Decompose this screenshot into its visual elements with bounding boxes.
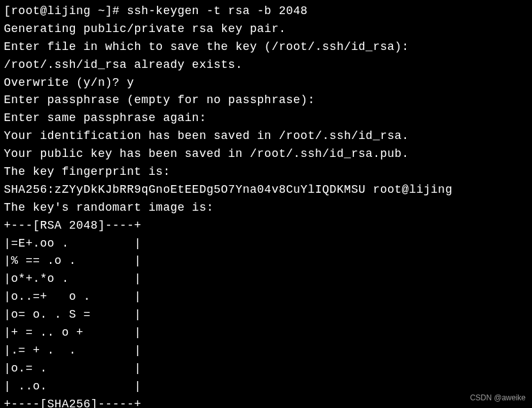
terminal-line: The key's randomart image is: bbox=[4, 199, 528, 217]
terminal-line: The key fingerprint is: bbox=[4, 163, 528, 181]
randomart-line: |.= + . . | bbox=[4, 342, 528, 360]
randomart-line: |=E+.oo . | bbox=[4, 235, 528, 253]
terminal-line: Enter file in which to save the key (/ro… bbox=[4, 38, 528, 56]
terminal-line: /root/.ssh/id_rsa already exists. bbox=[4, 56, 528, 74]
watermark: CSDN @aweike bbox=[470, 392, 526, 404]
randomart-line: | ..o. | bbox=[4, 378, 528, 396]
terminal-line: SHA256:zZYyDkKJbRR9qGnoEtEEDg5O7Yna04v8C… bbox=[4, 181, 528, 199]
randomart-line: |+ = .. o + | bbox=[4, 324, 528, 342]
randomart-line: |o*+.*o . | bbox=[4, 270, 528, 288]
randomart-border-bottom: +----[SHA256]-----+ bbox=[4, 396, 528, 408]
terminal-line: Your public key has been saved in /root/… bbox=[4, 145, 528, 163]
terminal-line: Generating public/private rsa key pair. bbox=[4, 20, 528, 38]
terminal-line: [root@lijing ~]# ssh-keygen -t rsa -b 20… bbox=[4, 3, 528, 20]
randomart-line: |o..=+ o . | bbox=[4, 288, 528, 306]
terminal-line: Enter passphrase (empty for no passphras… bbox=[4, 92, 528, 110]
terminal-line: Your identification has been saved in /r… bbox=[4, 127, 528, 145]
terminal-line: Overwrite (y/n)? y bbox=[4, 74, 528, 92]
terminal-line: Enter same passphrase again: bbox=[4, 110, 528, 127]
randomart-line: |% == .o . | bbox=[4, 252, 528, 270]
randomart-line: |o.= . | bbox=[4, 360, 528, 378]
terminal-output: [root@lijing ~]# ssh-keygen -t rsa -b 20… bbox=[4, 3, 528, 408]
randomart-border-top: +---[RSA 2048]----+ bbox=[4, 217, 528, 235]
randomart-line: |o= o. . S = | bbox=[4, 306, 528, 324]
